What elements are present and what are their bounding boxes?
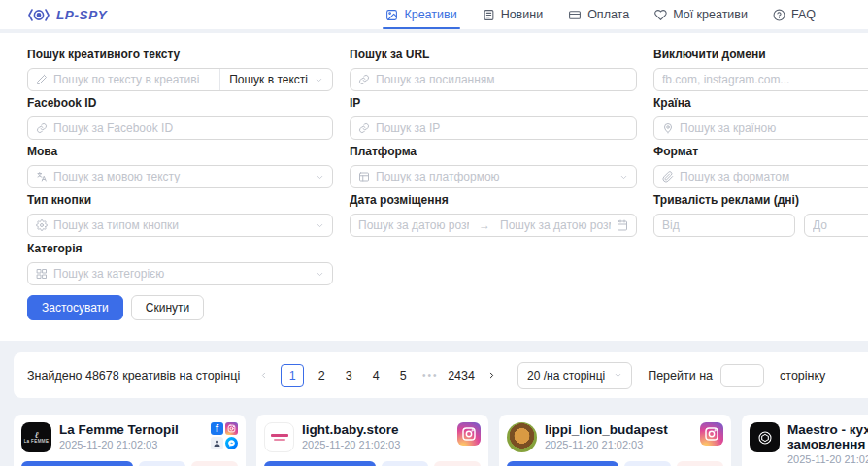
logo[interactable]: LP-SPY	[27, 8, 107, 22]
nav-tab-my-creatives[interactable]: Мої креативи	[654, 0, 748, 29]
duration-from-box	[653, 214, 795, 237]
field-label: Категорія	[27, 243, 333, 255]
field-label: Пошук креативного тексту	[27, 49, 333, 61]
pagination-last-page[interactable]: 2434	[448, 365, 475, 386]
category-grid-icon	[36, 268, 48, 280]
creative-card[interactable]: Maestro - кухні, ме замовлення в Ужго 20…	[742, 415, 868, 466]
select-value: Пошук в тексті	[229, 73, 308, 86]
emblem-icon	[757, 430, 773, 446]
goto-page-input[interactable]	[720, 364, 764, 387]
field-label: IP	[350, 97, 637, 110]
favorite-button[interactable]	[191, 461, 238, 466]
field-label: Дата розміщення	[350, 194, 637, 207]
goto-page-label: Перейти на	[648, 369, 713, 383]
duration-to-input[interactable]	[813, 218, 868, 232]
days-active-button[interactable]: 3 days	[21, 461, 133, 466]
pagination-next-button[interactable]	[483, 365, 502, 386]
nav-tab-faq[interactable]: FAQ	[773, 0, 816, 29]
creative-card[interactable]: light.baby.store 2025-11-20 21:02:03 3 d…	[256, 415, 488, 466]
view-button[interactable]	[624, 461, 671, 466]
pagination-page-3[interactable]: 3	[339, 365, 358, 386]
creative-card[interactable]: ℓ La FEMME La Femme Ternopil 2025-11-20 …	[14, 415, 246, 466]
chevron-down-icon	[316, 173, 324, 182]
pagination-ellipsis[interactable]: •••	[420, 365, 440, 386]
instagram-icon[interactable]	[700, 422, 723, 446]
language-select[interactable]	[27, 165, 333, 188]
gear-icon	[36, 219, 48, 231]
card-title[interactable]: Maestro - кухні, ме замовлення в Ужго	[787, 422, 868, 451]
field-button-type: Тип кнопки	[27, 194, 333, 243]
chevron-down-icon	[315, 76, 323, 84]
facebook-id-input[interactable]	[53, 121, 324, 135]
url-input-box	[350, 68, 637, 91]
link-icon	[358, 74, 370, 85]
ip-input[interactable]	[376, 121, 628, 135]
field-label: Платформа	[350, 146, 637, 158]
ip-input-box	[350, 116, 637, 140]
format-input[interactable]	[680, 170, 868, 183]
field-facebook-id: Facebook ID	[27, 97, 333, 146]
field-label: Мова	[27, 146, 333, 158]
avatar: ℓ La FEMME	[21, 422, 51, 452]
field-label: Facebook ID	[27, 97, 333, 110]
results-bar: Знайдено 48678 креативів на сторінці 1 2…	[14, 352, 868, 398]
pagination-page-4[interactable]: 4	[366, 365, 385, 386]
category-select[interactable]	[27, 262, 333, 285]
field-country: Країна	[653, 97, 868, 146]
nav-tab-news[interactable]: Новини	[483, 0, 544, 29]
nav-tab-payment[interactable]: Оплата	[568, 0, 629, 29]
days-active-button[interactable]: 0 days	[507, 461, 618, 466]
field-label: Пошук за URL	[350, 49, 637, 61]
creative-text-input[interactable]	[53, 73, 206, 86]
messenger-icon[interactable]	[225, 437, 238, 449]
favorite-button[interactable]	[677, 461, 723, 466]
duration-from-input[interactable]	[662, 218, 786, 232]
instagram-icon[interactable]	[457, 422, 481, 446]
field-creative-text: Пошук креативного тексту Пошук в тексті	[27, 49, 333, 97]
date-to-input[interactable]	[500, 218, 611, 232]
pagination-prev-button[interactable]	[253, 365, 273, 386]
url-input[interactable]	[376, 73, 628, 86]
favorite-button[interactable]	[434, 461, 481, 466]
platform-input[interactable]	[376, 170, 614, 183]
card-date: 2025-11-20 21:02:03	[545, 439, 692, 450]
pagination-page-2[interactable]: 2	[312, 365, 331, 386]
button-type-select[interactable]	[27, 214, 333, 237]
nav-label: Мої креативи	[673, 8, 748, 21]
audience-person-icon[interactable]	[211, 437, 223, 449]
field-language: Мова	[27, 146, 333, 194]
apply-button[interactable]: Застосувати	[27, 295, 123, 320]
page-size-select[interactable]: 20 /на сторінці	[517, 362, 632, 389]
avatar	[264, 422, 294, 452]
country-input[interactable]	[680, 121, 868, 135]
exclude-domains-input[interactable]	[662, 73, 868, 86]
platform-select[interactable]	[350, 165, 637, 188]
nav-label: FAQ	[791, 8, 816, 21]
card-title[interactable]: La Femme Ternopil	[59, 422, 203, 437]
card-title[interactable]: light.baby.store	[302, 422, 450, 437]
view-button[interactable]	[382, 461, 428, 466]
link-icon	[358, 122, 370, 134]
instagram-icon[interactable]	[225, 422, 238, 435]
button-type-input[interactable]	[53, 218, 310, 232]
date-range-picker[interactable]: →	[350, 214, 637, 237]
pagination-page-5[interactable]: 5	[393, 365, 413, 386]
text-search-mode-select[interactable]: Пошук в тексті	[219, 69, 332, 90]
days-active-button[interactable]: 3 days	[264, 461, 376, 466]
nav-label: Новини	[501, 8, 544, 21]
pagination-page-1[interactable]: 1	[281, 364, 304, 387]
image-icon	[385, 9, 398, 21]
map-pin-icon	[662, 122, 674, 134]
reset-button[interactable]: Скинути	[131, 295, 204, 320]
category-input[interactable]	[53, 267, 310, 281]
view-button[interactable]	[139, 461, 185, 466]
facebook-icon[interactable]: f	[211, 422, 223, 435]
field-ip: IP	[350, 97, 637, 146]
field-format: Формат	[653, 146, 868, 194]
date-from-input[interactable]	[358, 218, 469, 232]
creative-card[interactable]: lippi_lion_budapest 2025-11-20 21:02:03 …	[499, 415, 731, 466]
card-title[interactable]: lippi_lion_budapest	[545, 422, 692, 437]
nav-tab-creatives[interactable]: Креативи	[385, 0, 456, 29]
card-date: 2025-11-20 21:02:03	[302, 439, 450, 450]
language-input[interactable]	[53, 170, 310, 183]
